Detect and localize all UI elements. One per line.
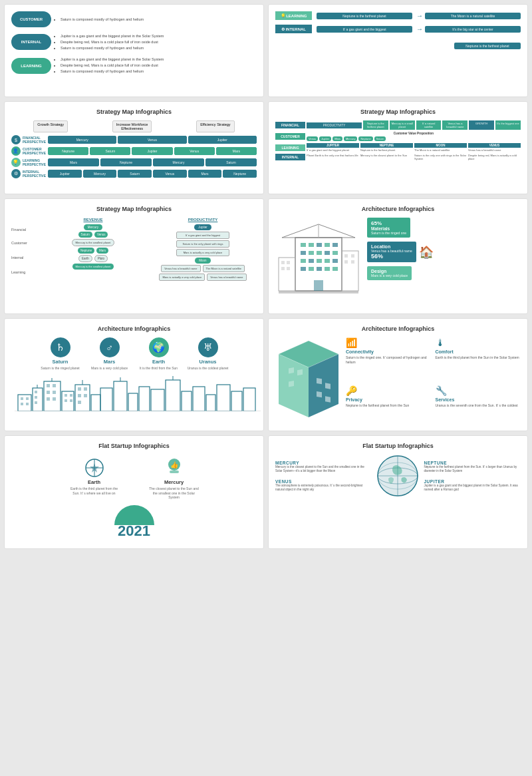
main-grid: CUSTOMER Saturn is composed mostly of hy…	[0, 0, 532, 553]
svg-rect-54	[65, 394, 67, 397]
design-item: Design Mars is a very cold place	[367, 266, 521, 280]
lc2-name: NEPTUNE	[360, 143, 413, 148]
cell-neptune3: Neptune	[223, 170, 257, 178]
lc2-desc: Neptune is the farthest planet	[360, 148, 413, 152]
p-jupiter-name: JUPITER	[424, 479, 521, 484]
svg-rect-66	[100, 388, 112, 411]
p-rings: Saturn is the only planet with rings	[176, 240, 229, 248]
svg-rect-59	[78, 387, 81, 391]
card4-content: FINANCIAL PRODUCTIVITY Neptune is the fa…	[275, 120, 521, 160]
r-pluto: Pluto	[94, 255, 108, 262]
card7-icons-row: ♄ Saturn Saturn is the ringed planet ♂ M…	[11, 337, 257, 371]
svg-rect-13	[309, 259, 314, 263]
materials-box: 65% Materials Saturn is the ringed one	[367, 218, 410, 238]
int-cells: Jupiter Mercury Saturn Venus Mars Neptun…	[48, 170, 257, 178]
svg-rect-48	[47, 391, 50, 394]
cv-neptune: Neptune	[358, 136, 372, 141]
mercury-thumb-icon: 👍	[164, 458, 184, 478]
cell-venus2: Venus	[174, 147, 215, 155]
services-title: Services	[436, 397, 521, 402]
svg-rect-37	[26, 397, 29, 400]
cell-mars2: Mars	[48, 158, 99, 166]
mars-item: ♂ Mars Mars is a very cold place	[86, 337, 133, 371]
tree-content: REVENUE Mercury Saturn Venus Mercury is …	[39, 218, 257, 281]
connectivity-box: 📶 Connectivity Saturn is the ringed one.…	[346, 337, 432, 381]
svg-rect-34	[351, 260, 354, 264]
svg-rect-41	[35, 391, 37, 393]
card4-title: Strategy Map Infographics	[275, 108, 521, 115]
r-venus: Venus	[94, 232, 108, 238]
svg-rect-89	[297, 369, 303, 375]
card6-title: Architecture Infographics	[275, 206, 521, 212]
connectivity-desc: Saturn is the ringed one. It' composed o…	[346, 355, 432, 365]
svg-rect-79	[243, 388, 255, 411]
svg-rect-39	[26, 403, 29, 405]
uranus-desc: Uranus is the coldest planet	[188, 366, 229, 371]
revenue-header: REVENUE	[83, 218, 102, 222]
cust-label2: CUSTOMER	[275, 133, 305, 140]
mercury-startup-name: Mercury	[164, 479, 184, 485]
building-wrapper	[275, 218, 362, 307]
arrow-icon-2: →	[416, 25, 423, 33]
cell-neptune2: Neptune	[100, 158, 152, 166]
privacy-title: Privacy	[346, 397, 432, 402]
svg-rect-19	[317, 267, 322, 271]
cell-venus3: Venus	[153, 170, 187, 178]
planet-venus: VENUS The atmosphere is extremely poison…	[275, 479, 372, 492]
cust-text: CUSTOMERPERSPECTIVE	[23, 147, 46, 155]
svg-rect-14	[317, 259, 322, 263]
p-mercury-desc: Mercury is the closest planet to the Sun…	[275, 465, 372, 474]
p-neptune-name: NEPTUNE	[424, 461, 521, 465]
persp-label-cust: 👤 CUSTOMERPERSPECTIVE	[11, 146, 46, 156]
svg-rect-84	[317, 378, 322, 384]
r-row4: Earth Pluto	[78, 255, 108, 262]
planet-mercury: MERCURY Mercury is the closest planet to…	[275, 461, 372, 474]
p-venus: Venus has a beautiful name	[161, 265, 200, 272]
lc1-name: JUPITER	[307, 143, 359, 148]
p-jupiter-desc: Jupiter is a gas giant and the biggest p…	[424, 484, 521, 492]
location-item: Location Venus has a beautiful name 56% …	[367, 242, 521, 262]
card-4: Strategy Map Infographics FINANCIAL PROD…	[268, 101, 528, 194]
r-row3: Neptune Mars	[78, 248, 108, 254]
location-box: Location Venus has a beautiful name 56%	[367, 242, 416, 262]
bullets-internal: Jupiter is a gas giant and the biggest p…	[55, 33, 164, 51]
arrow-box1-internal: It' a gas giant and the biggest	[317, 26, 412, 33]
row-customer: CUSTOMER Saturn is composed mostly of hy…	[11, 11, 257, 27]
left-planets: MERCURY Mercury is the closest planet to…	[275, 461, 372, 492]
earth-item: 🌍 Earth It is the third from the Sun	[136, 337, 182, 371]
svg-rect-51	[53, 397, 56, 401]
svg-text:👍: 👍	[170, 461, 179, 469]
persp-row-int: ⚙ INTERNALPERSPECTIVE Jupiter Mercury Sa…	[11, 169, 257, 178]
svg-rect-70	[139, 387, 150, 411]
info-grid: 📶 Connectivity Saturn is the ringed one.…	[346, 337, 521, 424]
svg-rect-43	[35, 401, 37, 404]
learn-cells: Mars Neptune Mercury Saturn	[48, 158, 257, 166]
cell-mercury: Mercury	[48, 136, 116, 144]
productivity-tree: PRODUCTIVITY Jupiter It' a gas giant and…	[149, 218, 257, 281]
card7-title: Architecture Infographics	[11, 325, 257, 332]
card9-content: Earth Earth is the third planet from the…	[11, 455, 257, 542]
r-earth: Earth	[78, 255, 92, 262]
svg-rect-12	[301, 259, 306, 263]
arrow-label-internal: ⚙ INTERNAL	[275, 25, 312, 33]
learn-text: LEARNINGPERSPECTIVE	[23, 158, 46, 166]
svg-rect-47	[53, 384, 56, 387]
p-natural: The Moon is a natural satellite	[203, 265, 245, 272]
svg-rect-36	[21, 397, 23, 400]
cv-venus: Venus	[307, 136, 318, 141]
financial-section: FINANCIAL PRODUCTIVITY Neptune is the fa…	[275, 120, 521, 130]
card3-title: Strategy Map Infographics	[11, 108, 257, 115]
r-row2: Saturn Venus	[78, 232, 108, 238]
saturn-desc: Saturn is the ringed planet	[41, 366, 79, 371]
int-box2: Mercury is the closest planet to the Sun	[360, 154, 413, 160]
r-mercury2: Mercury is the smallest planet	[72, 264, 114, 270]
card10-content: MERCURY Mercury is the closest planet to…	[275, 455, 521, 498]
card-10: Flat Startup Infographics MERCURY Mercur…	[268, 435, 528, 549]
svg-rect-71	[151, 389, 164, 411]
mercury-startup-desc: The closest planet to the Sun and the sm…	[148, 486, 201, 500]
card-1: CUSTOMER Saturn is composed mostly of hy…	[4, 4, 264, 97]
earth-startup-desc: Earth is the third planet from the Sun. …	[68, 486, 121, 495]
materials-desc: Saturn is the ringed one	[371, 231, 406, 235]
persp-row-fin: $ FINANCIALPERSPECTIVE Mercury Venus Jup…	[11, 135, 257, 144]
privacy-icon: 🔑	[346, 385, 432, 396]
